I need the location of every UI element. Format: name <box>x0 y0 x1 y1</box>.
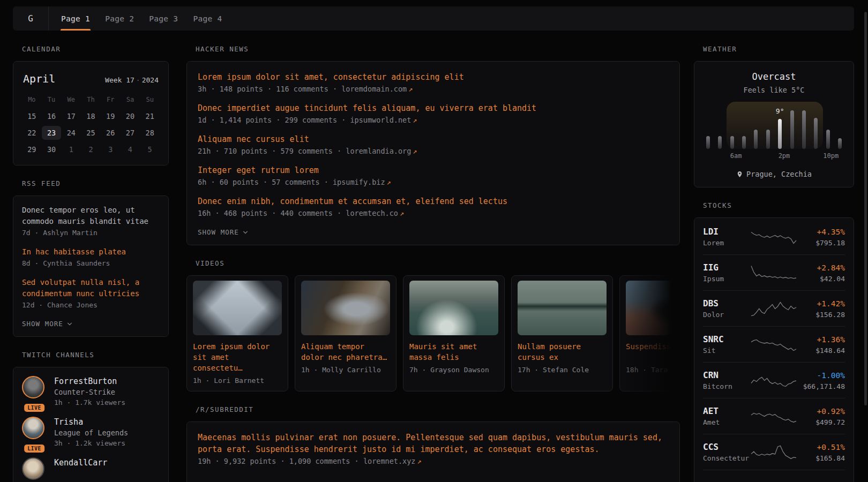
dow-th: Th <box>81 96 101 107</box>
stock-row: LDI Lorem +4.35% $795.18 <box>703 219 845 254</box>
channel-category: Counter-Strike <box>54 387 125 397</box>
hn-item-title[interactable]: Donec enim nibh, condimentum et accumsan… <box>198 195 669 207</box>
rss-item-title[interactable]: Sed volutpat nulla nisl, a condimentum n… <box>22 277 160 299</box>
rss-section-label: RSS FEED <box>13 179 169 187</box>
calendar-week-year: Week 17·2024 <box>105 76 159 84</box>
video-card[interactable]: Suspendisse diam 18h · Tara <box>619 275 680 391</box>
calendar-day: 26 <box>101 126 121 140</box>
hn-item-domain[interactable]: loremlandia.org <box>346 147 411 155</box>
video-thumbnail[interactable] <box>409 281 498 335</box>
app-logo[interactable]: G <box>13 6 49 31</box>
hn-section-label: HACKER NEWS <box>186 45 680 53</box>
video-title[interactable]: Lorem ipsum dolor sit amet consectetu… <box>193 341 282 373</box>
stock-name: Lorem <box>703 238 750 248</box>
videos-section-label: VIDEOS <box>186 259 680 267</box>
video-thumbnail[interactable] <box>301 281 390 335</box>
top-nav-bar: G Page 1 Page 2 Page 3 Page 4 <box>13 6 854 31</box>
twitch-channel-row[interactable]: LIVE ForrestBurton Counter-Strike 1h · 1… <box>22 376 160 408</box>
calendar-day: 27 <box>121 126 140 140</box>
stock-sparkline <box>750 228 797 246</box>
rss-item-title[interactable]: Donec tempor eros leo, ut commodo mauris… <box>22 205 160 227</box>
stock-row: SNRC Sit +1.36% $148.64 <box>703 326 845 362</box>
calendar-day-selected: 23 <box>42 126 62 140</box>
dow-sa: Sa <box>121 96 140 107</box>
reddit-post-domain[interactable]: loremnet.xyz <box>363 457 416 465</box>
twitch-widget: LIVE ForrestBurton Counter-Strike 1h · 1… <box>13 367 169 482</box>
rss-item-title[interactable]: In hac habitasse platea <box>22 246 160 258</box>
tab-page-2[interactable]: Page 2 <box>98 6 141 31</box>
glance-dashboard: G Page 1 Page 2 Page 3 Page 4 CALENDAR A… <box>0 0 868 482</box>
video-title[interactable]: Mauris sit amet massa felis <box>409 341 498 363</box>
hn-item-title[interactable]: Aliquam nec cursus elit <box>198 133 669 145</box>
weather-bar <box>838 138 842 149</box>
external-link-icon: ↗ <box>408 85 413 93</box>
channel-name[interactable]: ForrestBurton <box>54 376 125 387</box>
twitch-section-label: TWITCH CHANNELS <box>13 351 169 359</box>
hn-item-domain[interactable]: ipsumify.biz <box>333 178 385 186</box>
hn-item-title[interactable]: Lorem ipsum dolor sit amet, consectetur … <box>198 71 669 83</box>
weather-bar <box>730 136 734 149</box>
video-thumbnail[interactable] <box>518 281 607 335</box>
channel-name[interactable]: KendallCarr <box>54 457 107 468</box>
right-column: WEATHER Overcast Feels like 5°C 9° 6am 2… <box>694 45 854 482</box>
stocks-section: STOCKS LDI Lorem +4.35% $795.18 IIG <box>694 201 854 482</box>
video-meta: 17h · Stefan Cole <box>518 366 607 374</box>
channel-category: League of Legends <box>54 427 128 438</box>
video-card[interactable]: Aliquam tempor dolor nec pharetra… 1h · … <box>295 275 396 391</box>
dow-mo: Mo <box>22 96 42 107</box>
twitch-channel-row[interactable]: LIVE Trisha League of Legends 3h · 1.2k … <box>22 417 160 449</box>
video-thumbnail[interactable] <box>193 281 282 335</box>
dow-fr: Fr <box>101 96 121 107</box>
tab-page-1[interactable]: Page 1 <box>54 6 98 31</box>
twitch-channel-row[interactable]: KendallCarr <box>22 457 160 480</box>
stock-name: Sit <box>703 345 750 356</box>
rss-show-more-button[interactable]: SHOW MORE <box>22 320 160 328</box>
hn-item-domain[interactable]: loremdomain.com <box>341 85 407 93</box>
stock-sparkline <box>750 372 797 390</box>
stock-price: $795.18 <box>797 238 845 248</box>
hacker-news-widget: Lorem ipsum dolor sit amet, consectetur … <box>186 61 680 245</box>
show-more-label: SHOW MORE <box>22 320 63 328</box>
weather-bar <box>814 118 818 149</box>
hn-show-more-button[interactable]: SHOW MORE <box>198 228 669 236</box>
video-thumbnail[interactable] <box>626 281 680 335</box>
reddit-post: Maecenas mollis pulvinar erat non posuer… <box>198 432 669 467</box>
video-card[interactable]: Nullam posuere cursus ex 17h · Stefan Co… <box>511 275 613 391</box>
calendar-month: April <box>23 72 55 85</box>
rss-item-meta: 12d · Chance Jones <box>22 299 160 311</box>
hn-item: Aliquam nec cursus elit 21h · 710 points… <box>198 133 669 157</box>
stock-name: Consectetur <box>703 453 750 463</box>
live-badge: LIVE <box>24 404 44 412</box>
video-title[interactable]: Suspendisse diam <box>626 341 680 363</box>
rss-item-meta: 7d · Ashlyn Martin <box>22 227 160 238</box>
tab-page-3[interactable]: Page 3 <box>141 6 185 31</box>
stock-change: +0.51% <box>797 441 845 453</box>
stock-symbol: LDI <box>703 226 750 238</box>
video-meta: 7h · Grayson Dawson <box>409 366 498 374</box>
stock-sparkline <box>750 264 797 282</box>
video-card[interactable]: Mauris sit amet massa felis 7h · Grayson… <box>403 275 505 391</box>
hn-item-title[interactable]: Donec imperdiet augue tincidunt felis al… <box>198 102 669 114</box>
hn-item-domain[interactable]: loremtech.co <box>346 209 398 217</box>
stock-name: Amet <box>703 417 750 427</box>
video-card[interactable]: Lorem ipsum dolor sit amet consectetu… 1… <box>186 275 288 391</box>
hn-item: Donec imperdiet augue tincidunt felis al… <box>198 102 669 126</box>
weather-x-labels: 6am 2pm 10pm <box>706 152 842 161</box>
weather-section: WEATHER Overcast Feels like 5°C 9° 6am 2… <box>694 45 854 187</box>
hn-item: Donec enim nibh, condimentum et accumsan… <box>198 195 669 219</box>
reddit-post-title[interactable]: Maecenas mollis pulvinar erat non posuer… <box>198 432 669 455</box>
tab-page-4[interactable]: Page 4 <box>185 6 229 31</box>
video-title[interactable]: Nullam posuere cursus ex <box>518 341 607 363</box>
video-title[interactable]: Aliquam tempor dolor nec pharetra… <box>301 341 390 363</box>
location-pin-icon <box>736 171 743 178</box>
channel-name[interactable]: Trisha <box>54 417 128 427</box>
stock-change: +1.42% <box>797 298 845 310</box>
hn-item-title[interactable]: Integer eget rutrum lorem <box>198 164 669 176</box>
page-scrollbar-thumb[interactable] <box>864 12 867 405</box>
weather-bar <box>802 110 806 149</box>
stocks-section-label: STOCKS <box>694 201 854 209</box>
external-link-icon: ↗ <box>400 209 404 217</box>
hn-item-domain[interactable]: ipsumworld.net <box>350 116 411 124</box>
stock-sparkline <box>750 408 797 426</box>
stock-price: $42.04 <box>797 274 845 284</box>
